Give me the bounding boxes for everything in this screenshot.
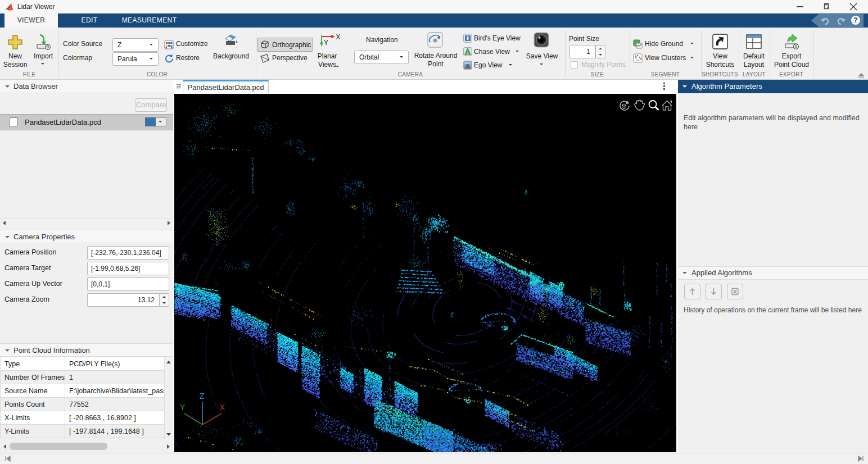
svg-text:Z: Z [200,392,205,401]
svg-text:X: X [220,403,225,412]
svg-text:Y: Y [324,39,328,47]
svg-text:Y: Y [180,403,186,412]
svg-text:X: X [336,33,341,41]
